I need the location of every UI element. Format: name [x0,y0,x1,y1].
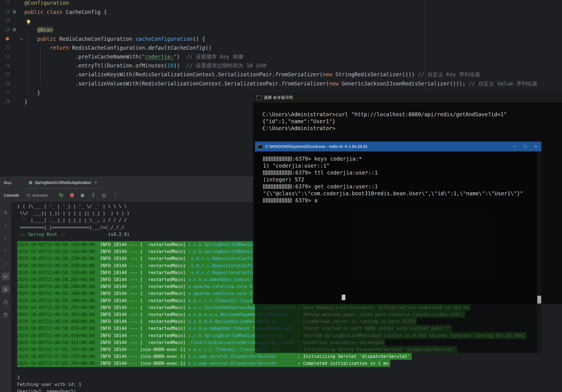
cmd2-content: :6379> keys coderjia:*1) "coderjia:user:… [255,151,541,353]
redacted-ip [263,156,292,161]
fold-chevron-icon[interactable] [18,38,24,40]
code-text: .entryTtl(Duration.ofMinutes(10)) // 设置缓… [24,62,267,69]
terminal-line: :6379> keys coderjia:* [263,155,541,162]
line-number: 19 [0,18,11,23]
cmd1-titlebar[interactable]: 选择 命令提示符 [253,92,562,103]
terminal-line: :6379> ttl coderjia:user::1 [263,169,541,176]
terminal-line: C:\Users\Administrator> [262,125,562,132]
terminal-line: C:\Users\Administrator>curl "http://loca… [262,111,562,118]
soft-wrap-icon[interactable]: ↩ [2,273,9,280]
scrollbar-track[interactable] [537,151,541,353]
code-line: 25 .serializeKeysWith(RedisSerialization… [0,70,562,79]
down-stacktrace-icon[interactable]: ↓ [2,260,9,268]
run-panel-title: Run [4,180,12,185]
log-line: 2024-10-05T12:47:01.742+08:00 INFO 18144… [17,353,562,360]
console-output-line: 1 [17,374,562,381]
tab-actuator[interactable]: Actuator [27,193,48,198]
scroll-to-end-icon[interactable]: ⇊ [2,285,9,293]
redacted-ip [263,170,292,175]
code-text: public class CacheConfig { [24,9,107,15]
cmd-window-redis-cli: C:\WINDOWS\system32\cmd.exe - redis-cli … [255,141,541,353]
intention-bulb-icon[interactable] [27,20,30,23]
code-line: 20 @Bean [0,25,562,34]
terminal-line: {"id":1,"name":"User1"} [262,118,562,125]
cmd-icon [256,95,261,100]
line-number: 27 [0,90,11,95]
line-number: 20 [0,27,11,32]
terminal-line: 1) "coderjia:user::1" [263,162,541,169]
line-number: 22 [0,45,11,50]
print-icon[interactable] [2,298,9,306]
console-left-toolbar: ✎ ↑ ↓ ↑ ↓ ↩ ⇊ [0,202,11,392]
console-output-line: Fetching user with id: 1 [17,381,562,388]
code-text: .serializeValuesWith(RedisSerializationC… [24,80,537,87]
scrollbar-thumb[interactable] [537,296,541,304]
code-text: .prefixCacheNameWith("coderjia:") // 设置缓… [24,53,243,60]
run-tab-label: SpringBoot310RedisApplication [35,180,91,185]
code-line: 19 [0,16,562,25]
heap-dump-icon[interactable]: ◎ [102,192,106,198]
cmd-icon [258,145,263,149]
up-stacktrace-icon[interactable]: ↑ [2,247,9,255]
code-text: public RedisCacheConfiguration cacheConf… [24,36,205,42]
prev-occurrence-icon[interactable]: ↑ [2,222,9,229]
line-number: 23 [0,54,11,59]
next-occurrence-icon[interactable]: ↓ [2,234,9,242]
cmd1-title: 选择 命令提示符 [264,95,293,100]
code-lines: 17@Configuration18public class CacheConf… [0,0,562,106]
code-text: @Bean [24,27,53,33]
redacted-ip [263,184,292,189]
terminal-line: (integer) 572 [263,176,541,183]
mouse-cursor [342,295,345,300]
edit-configuration-icon[interactable]: ✎ [2,209,9,217]
terminal-line: "{\"@class\":\"com.coderjia.boot310redis… [263,190,541,197]
code-line: 18public class CacheConfig { [0,7,562,16]
cmd2-title: C:\WINDOWS\system32\cmd.exe - redis-cli … [265,144,368,149]
terminal-line: 6379> a [263,197,541,204]
terminal-line: :6379> get coderjia:user::1 [263,183,541,190]
code-line: 26 .serializeValuesWith(RedisSerializati… [0,79,562,88]
console-output-line: User(id=1, name=User1) [17,388,562,392]
code-text: } [24,90,40,96]
maximize-icon[interactable]: □ [524,144,526,149]
spring-bean-gutter-icon[interactable] [11,28,18,31]
cmd2-titlebar[interactable]: C:\WINDOWS\system32\cmd.exe - redis-cli … [255,141,541,151]
code-line: 17@Configuration [0,0,562,7]
stop-button[interactable] [70,193,74,197]
close-icon[interactable]: × [535,144,537,149]
code-line: 23 .prefixCacheNameWith("coderjia:") // … [0,52,562,61]
line-number: 28 [0,99,11,104]
code-line: 22 return RedisCacheConfiguration.defaul… [0,43,562,52]
run-configuration-tab[interactable]: SpringBoot310RedisApplication × [25,177,101,188]
tab-console[interactable]: Console [4,193,19,198]
code-line: public RedisCacheConfiguration cacheConf… [0,34,562,43]
thread-dump-icon[interactable]: ◉ [80,192,85,198]
rerun-button[interactable]: ↻ [59,192,64,198]
code-text: } [24,98,27,105]
code-text: @Configuration [24,0,69,6]
dump-icon[interactable]: ↧ [91,192,95,198]
spring-boot-icon [29,181,32,184]
line-number: 26 [0,81,11,86]
cmd1-content: C:\Users\Administrator>curl "http://loca… [253,103,562,132]
minimize-icon[interactable]: ─ [513,144,516,149]
breakpoint-icon[interactable] [0,37,11,40]
gauge-icon [27,193,31,197]
line-number: 17 [0,0,11,5]
line-number: 25 [0,72,11,77]
more-options-icon[interactable]: ⋮ [113,192,118,198]
close-icon[interactable]: × [94,180,97,185]
code-text: return RedisCacheConfiguration.defaultCa… [24,45,212,51]
code-line: 24 .entryTtl(Duration.ofMinutes(10)) // … [0,61,562,70]
code-text: .serializeKeysWith(RedisSerializationCon… [24,71,480,78]
line-number: 24 [0,63,11,68]
indent-guide [40,42,40,86]
indent-guide [27,16,28,96]
line-number: 18 [0,9,11,14]
log-line: 2024-10-05T12:47:01.743+08:00 INFO 18144… [17,360,562,367]
spring-bean-gutter-icon[interactable] [11,10,18,14]
redacted-ip [263,198,292,203]
clear-console-icon[interactable] [2,311,9,319]
